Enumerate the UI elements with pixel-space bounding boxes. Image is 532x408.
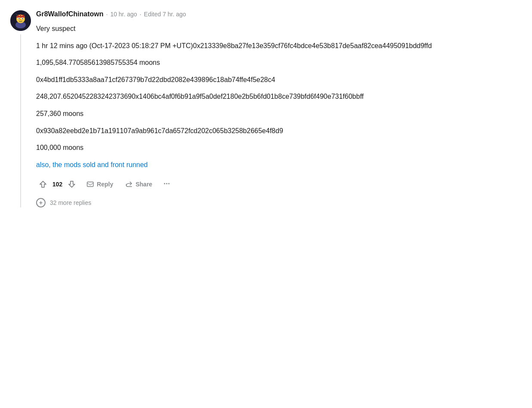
comment-actions: 102 Reply Share [36,177,522,191]
svg-point-9 [20,19,21,20]
edited-label: Edited 7 hr. ago [144,11,186,18]
body-line-1: Very suspect [36,23,522,34]
comment-body: Very suspect 1 hr 12 mins ago (Oct-17-20… [36,23,522,170]
vote-count: 102 [52,181,62,188]
upvote-button[interactable] [36,177,50,191]
downvote-button[interactable] [65,177,79,191]
reply-label: Reply [97,181,113,188]
svg-point-8 [22,18,23,19]
share-icon [125,180,133,188]
expand-replies-button[interactable]: + [36,198,46,207]
timestamp: 10 hr. ago [110,11,137,18]
share-button[interactable]: Share [121,178,156,191]
svg-rect-11 [18,15,19,17]
body-line-3: 1,095,584.770585613985755354 moons [36,57,522,68]
more-dots: ··· [163,180,170,189]
body-line-4: 0x4bd1ff1db5333a8aa71cf267379b7d22dbd208… [36,74,522,85]
body-line-2: 1 hr 12 mins ago (Oct-17-2023 05:18:27 P… [36,40,522,52]
left-column [10,10,31,207]
thread-line [20,34,21,207]
plus-icon: + [39,200,43,206]
svg-rect-12 [20,14,21,17]
comment-header: Gr8WallofChinatown · 10 hr. ago · Edited… [36,10,522,18]
avatar [10,10,31,31]
svg-rect-13 [22,15,24,17]
right-column: Gr8WallofChinatown · 10 hr. ago · Edited… [36,10,522,207]
more-replies-container: + 32 more replies [36,198,522,207]
svg-rect-14 [87,182,93,186]
body-line-6: 257,360 moons [36,108,522,119]
link-also[interactable]: also, the mods sold and front runned [36,161,148,168]
body-line-8: 100,000 moons [36,142,522,153]
more-button[interactable]: ··· [160,177,173,191]
comment-container: Gr8WallofChinatown · 10 hr. ago · Edited… [0,0,532,218]
more-replies-text: 32 more replies [50,199,92,206]
svg-point-7 [18,18,19,19]
vote-section: 102 [36,177,79,191]
share-label: Share [135,181,152,188]
body-line-5: 248,207.6520452283242373690x1406bc4af0f6… [36,91,522,102]
body-line-7: 0x930a82eebd2e1b71a191107a9ab961c7da6572… [36,125,522,137]
reply-icon [86,180,94,188]
reply-button[interactable]: Reply [82,178,117,191]
header-separator-2: · [140,11,141,18]
header-separator: · [106,11,108,18]
downvote-icon [67,180,76,189]
username: Gr8WallofChinatown [36,10,104,18]
body-line-9: also, the mods sold and front runned [36,159,522,171]
upvote-icon [39,180,47,189]
